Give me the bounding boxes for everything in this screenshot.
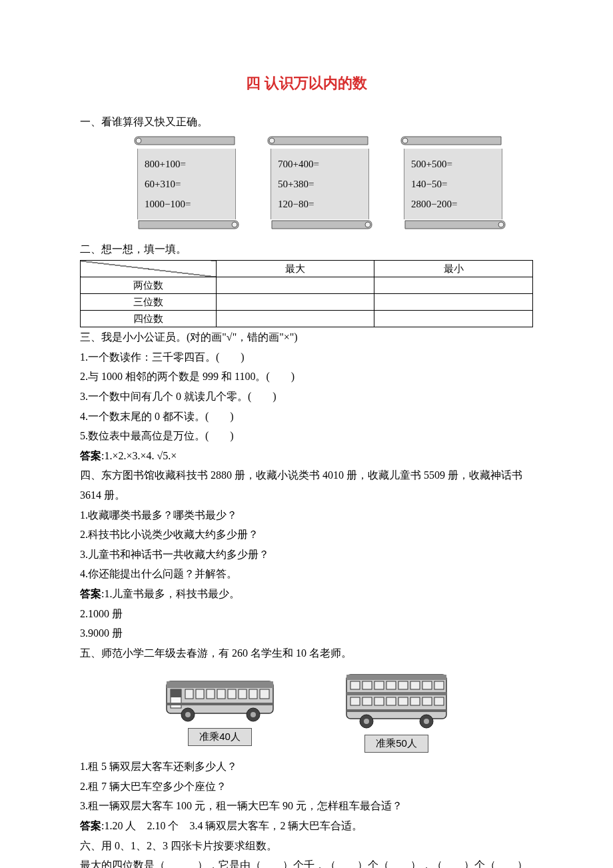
svg-rect-27 bbox=[374, 681, 384, 689]
table-row: 四位数 bbox=[81, 311, 533, 327]
bus-single: 准乘40人 bbox=[160, 669, 280, 753]
svg-point-20 bbox=[185, 712, 191, 717]
svg-point-2 bbox=[269, 138, 275, 143]
svg-rect-25 bbox=[350, 681, 360, 689]
equation: 120−80= bbox=[278, 194, 362, 214]
answer-text: :1.20 人 2.10 个 3.4 辆双层大客车，2 辆大巴车合适。 bbox=[101, 820, 362, 831]
equation: 50+380= bbox=[278, 174, 362, 194]
svg-rect-14 bbox=[228, 689, 236, 699]
calculation-scrolls: 800+100= 60+310= 1000−100= 700+400= 50+3… bbox=[80, 132, 533, 239]
answer-label: 答案 bbox=[80, 588, 101, 599]
fill-blank-line: 最大的四位数是（ ），它是由（ ）个千，（ ）个（ ），（ ）个（ ）组成的。 bbox=[80, 855, 533, 868]
svg-rect-30 bbox=[410, 681, 420, 689]
svg-rect-28 bbox=[386, 681, 396, 689]
scroll-top-icon bbox=[267, 135, 373, 146]
q-item: 1.租 5 辆双层大客车还剩多少人？ bbox=[80, 757, 533, 777]
bus-illustrations: 准乘40人 准乘50人 bbox=[80, 663, 533, 757]
answer-text: :1.×2.×3.×4. √5.× bbox=[101, 450, 177, 461]
scroll-bottom-icon bbox=[400, 219, 506, 230]
q-item: 2.科技书比小说类少收藏大约多少册？ bbox=[80, 525, 533, 545]
scroll-bottom-icon bbox=[133, 219, 240, 230]
section-4-intro: 四、东方图书馆收藏科技书 2880 册，收藏小说类书 4010 册，收藏儿童书 … bbox=[80, 465, 533, 505]
svg-point-0 bbox=[136, 138, 141, 143]
row-label: 两位数 bbox=[81, 277, 217, 294]
svg-rect-33 bbox=[346, 692, 446, 695]
section-1-heading: 一、看谁算得又快又正确。 bbox=[80, 112, 533, 132]
q-item: 2.租 7 辆大巴车空多少个座位？ bbox=[80, 777, 533, 797]
section-5-answer: 答案:1.20 人 2.10 个 3.4 辆双层大客车，2 辆大巴车合适。 bbox=[80, 816, 533, 836]
svg-rect-36 bbox=[374, 697, 384, 705]
bus-capacity-label: 准乘40人 bbox=[188, 728, 252, 746]
svg-rect-9 bbox=[171, 689, 181, 697]
svg-rect-10 bbox=[185, 689, 193, 699]
answer-text: :1.儿童书最多，科技书最少。 bbox=[101, 588, 240, 599]
svg-rect-7 bbox=[167, 681, 273, 688]
svg-rect-42 bbox=[346, 709, 446, 712]
section-5-intro: 五、师范小学二年级去春游，有 260 名学生和 10 名老师。 bbox=[80, 643, 533, 663]
svg-rect-18 bbox=[167, 703, 273, 705]
equation: 140−50= bbox=[411, 174, 495, 194]
table-corner bbox=[81, 261, 217, 277]
svg-rect-37 bbox=[386, 697, 396, 705]
equation: 800+100= bbox=[145, 154, 229, 174]
worksheet-page: 四 认识万以内的数 一、看谁算得又快又正确。 800+100= 60+310= … bbox=[0, 0, 613, 868]
bus-double: 准乘50人 bbox=[340, 669, 453, 753]
svg-point-3 bbox=[365, 222, 370, 227]
svg-point-4 bbox=[402, 138, 408, 143]
svg-rect-13 bbox=[217, 689, 225, 699]
row-label: 四位数 bbox=[81, 311, 217, 327]
double-decker-bus-icon bbox=[340, 669, 453, 731]
svg-rect-32 bbox=[434, 681, 444, 689]
svg-rect-34 bbox=[350, 697, 360, 705]
blank-cell bbox=[216, 294, 374, 311]
section-4-answer: 答案:1.儿童书最多，科技书最少。 bbox=[80, 584, 533, 604]
blank-cell bbox=[374, 294, 533, 311]
tf-item: 5.数位表中最高位是万位。( ) bbox=[80, 426, 533, 446]
svg-rect-38 bbox=[398, 697, 408, 705]
tf-item: 1.一个数读作：三千零四百。( ) bbox=[80, 347, 533, 367]
equation: 1000−100= bbox=[145, 194, 229, 214]
answer-label: 答案 bbox=[80, 450, 101, 461]
equation: 700+400= bbox=[278, 154, 362, 174]
fill-table: 最大 最小 两位数 三位数 四位数 bbox=[80, 260, 533, 327]
blank-cell bbox=[216, 277, 374, 294]
q-item: 3.租一辆双层大客车 100 元，租一辆大巴车 90 元，怎样租车最合适？ bbox=[80, 796, 533, 816]
svg-rect-29 bbox=[398, 681, 408, 689]
svg-rect-35 bbox=[362, 697, 372, 705]
q-item: 3.儿童书和神话书一共收藏大约多少册？ bbox=[80, 545, 533, 565]
answer-label: 答案 bbox=[80, 820, 101, 831]
scroll-card: 800+100= 60+310= 1000−100= bbox=[133, 135, 240, 233]
section-3-heading: 三、我是小小公证员。(对的画"√"，错的画"×") bbox=[80, 327, 533, 347]
table-row: 三位数 bbox=[81, 294, 533, 311]
scroll-card: 500+500= 140−50= 2800−200= bbox=[400, 135, 506, 233]
equation: 500+500= bbox=[411, 154, 495, 174]
q-item: 4.你还能提出什么问题？并解答。 bbox=[80, 564, 533, 584]
svg-rect-24 bbox=[346, 675, 446, 680]
coach-bus-icon bbox=[160, 669, 280, 724]
section-2-heading: 二、想一想，填一填。 bbox=[80, 239, 533, 259]
equation: 60+310= bbox=[145, 174, 229, 194]
blank-cell bbox=[216, 311, 374, 327]
answer-text: 2.1000 册 bbox=[80, 604, 533, 624]
svg-point-46 bbox=[424, 719, 429, 724]
svg-rect-31 bbox=[422, 681, 432, 689]
scroll-bottom-icon bbox=[267, 219, 373, 230]
page-title: 四 认识万以内的数 bbox=[80, 73, 533, 93]
tf-item: 3.一个数中间有几个 0 就读几个零。( ) bbox=[80, 387, 533, 407]
svg-rect-26 bbox=[362, 681, 372, 689]
row-label: 三位数 bbox=[81, 294, 217, 311]
scroll-card: 700+400= 50+380= 120−80= bbox=[267, 135, 373, 233]
blank-cell bbox=[374, 277, 533, 294]
scroll-top-icon bbox=[400, 135, 506, 146]
svg-rect-17 bbox=[260, 689, 269, 699]
svg-point-1 bbox=[232, 222, 237, 227]
tf-item: 2.与 1000 相邻的两个数是 999 和 1100。( ) bbox=[80, 367, 533, 387]
svg-rect-40 bbox=[422, 697, 432, 705]
svg-point-22 bbox=[251, 712, 256, 717]
table-header-max: 最大 bbox=[216, 261, 374, 277]
svg-rect-15 bbox=[239, 689, 247, 699]
svg-rect-39 bbox=[410, 697, 420, 705]
svg-rect-16 bbox=[249, 689, 257, 699]
section-3-answer: 答案:1.×2.×3.×4. √5.× bbox=[80, 446, 533, 466]
scroll-top-icon bbox=[133, 135, 240, 146]
